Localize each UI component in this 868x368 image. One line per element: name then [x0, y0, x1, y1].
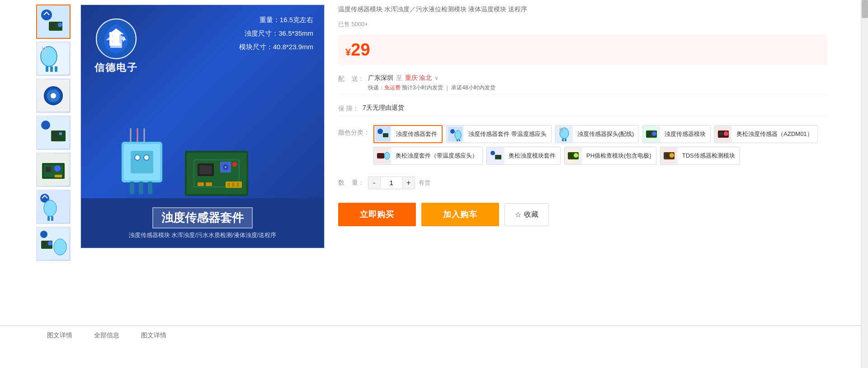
bottom-bar-title: 浊度传感器套件 — [152, 207, 253, 228]
color-option-1[interactable]: 浊度传感器套件 — [373, 125, 443, 143]
svg-point-86 — [652, 131, 656, 136]
color-option-text-6: 奥松浊度套件（带温度感应头） — [391, 152, 482, 160]
color-section: 颜色分类： 浊度传感器套件 浊度传感器套件 带温度感应头 — [338, 122, 827, 168]
svg-point-95 — [491, 151, 495, 155]
quantity-input[interactable] — [381, 177, 402, 189]
svg-rect-79 — [562, 139, 564, 141]
image-bottom-bar: 浊度传感器套件 浊度传感器模块 水浑浊度/污水水质检测/液体浊度/送程序 — [81, 198, 324, 248]
circuit-board-illustration — [185, 151, 248, 196]
svg-point-45 — [135, 155, 140, 160]
color-option-4[interactable]: 浊度传感器模块 — [642, 125, 711, 143]
svg-point-74 — [455, 130, 461, 140]
bottom-tabs: 图文详情 全部信息 图文详情 — [0, 325, 868, 345]
svg-point-17 — [41, 121, 50, 130]
quantity-plus-button[interactable]: + — [402, 177, 415, 189]
shipping-detail1: 预计3小时内发货 — [402, 84, 443, 91]
svg-rect-48 — [139, 182, 143, 194]
thumb-img-3 — [37, 79, 70, 112]
svg-rect-71 — [384, 134, 386, 136]
collect-label: 收藏 — [524, 210, 538, 219]
color-option-img-6 — [374, 147, 391, 164]
shipping-to-link[interactable]: 重庆 渝北 — [405, 74, 432, 82]
svg-point-60 — [225, 166, 226, 168]
thumb-img-7 — [37, 227, 70, 261]
color-option-8[interactable]: PH值检查模块(包含电极) — [564, 147, 656, 165]
svg-rect-75 — [457, 140, 458, 141]
svg-rect-47 — [130, 182, 134, 194]
shipping-row: 配 送： 广东深圳 至 重庆 渝北 ∨ 快递：免运费 预计3小时内发货 ｜ 承诺… — [338, 71, 827, 95]
guarantee-content: 7天无理由退货 — [363, 104, 827, 112]
size1-text: 浊度尺寸：36.5*35mm — [245, 27, 313, 40]
shipping-detail2: 承诺48小时内发货 — [451, 84, 495, 91]
stock-status: 有货 — [419, 179, 430, 187]
svg-point-105 — [670, 153, 674, 158]
thumbnail-6[interactable] — [36, 190, 71, 224]
color-option-img-8 — [565, 147, 582, 164]
color-option-9[interactable]: TDS传感器检测模块 — [660, 147, 740, 165]
color-option-img-5 — [715, 126, 732, 143]
color-option-img-3 — [556, 126, 573, 143]
svg-rect-30 — [47, 216, 50, 221]
color-label: 颜色分类： — [338, 125, 370, 137]
thumbnail-1[interactable] — [36, 5, 71, 39]
thumbnail-2[interactable] — [36, 42, 71, 76]
tab-details[interactable]: 图文详情 — [36, 326, 83, 346]
color-option-img-1 — [374, 126, 392, 143]
svg-rect-10 — [42, 47, 43, 56]
shipping-free: 免运费 — [384, 84, 401, 91]
quantity-section: 数 量： - + 有货 — [338, 174, 827, 192]
svg-rect-97 — [496, 156, 499, 158]
thumbnail-5[interactable] — [36, 153, 71, 187]
svg-point-61 — [232, 162, 237, 167]
guarantee-label: 保 障： — [338, 104, 359, 113]
svg-rect-51 — [187, 153, 246, 194]
collect-button[interactable]: ☆ 收藏 — [505, 203, 549, 226]
add-to-cart-button[interactable]: 加入购车 — [421, 203, 499, 226]
company-logo-svg — [96, 19, 137, 59]
tab-reviews[interactable]: 图文详情 — [130, 326, 177, 346]
tab-all-info[interactable]: 全部信息 — [83, 326, 130, 346]
thumbnail-4[interactable] — [36, 116, 71, 150]
guarantee-text: 7天无理由退货 — [363, 104, 404, 111]
svg-rect-20 — [59, 132, 62, 135]
color-option-text-3: 浊度传感器探头(配线) — [573, 130, 639, 138]
scrollbar[interactable] — [861, 0, 868, 368]
svg-point-29 — [44, 200, 57, 216]
svg-rect-80 — [565, 139, 566, 141]
main-content: 重量：16.5克左右 浊度尺寸：36.5*35mm 模块尺寸：40.8*23.9… — [0, 0, 868, 325]
quantity-minus-button[interactable]: - — [368, 177, 381, 189]
svg-rect-7 — [46, 66, 48, 72]
color-option-img-2 — [447, 126, 464, 143]
thumb-img-6 — [37, 190, 70, 224]
color-option-7[interactable]: 奥松浊度模块套件 — [486, 147, 561, 165]
svg-rect-57 — [199, 165, 212, 174]
bottom-bar-subtitle: 浊度传感器模块 水浑浊度/污水水质检测/液体浊度/送程序 — [129, 231, 276, 239]
main-image-box: 重量：16.5克左右 浊度尺寸：36.5*35mm 模块尺寸：40.8*23.9… — [80, 5, 325, 248]
color-option-6[interactable]: 奥松浊度套件（带温度感应头） — [373, 147, 483, 165]
thumb-img-4 — [37, 116, 70, 149]
color-option-2[interactable]: 浊度传感器套件 带温度感应头 — [446, 125, 552, 143]
collect-icon: ☆ — [515, 210, 521, 219]
color-option-text-4: 浊度传感器模块 — [660, 130, 710, 138]
svg-rect-63 — [227, 182, 230, 187]
svg-rect-26 — [55, 175, 62, 177]
buy-now-button[interactable]: 立即购买 — [338, 203, 416, 226]
shipping-details: 快递：免运费 预计3小时内发货 ｜ 承诺48小时内发货 — [368, 84, 827, 92]
thumbnail-7[interactable] — [36, 227, 71, 261]
color-option-5[interactable]: 奥松浊度传感器（AZDM01） — [714, 125, 817, 143]
svg-rect-31 — [51, 216, 53, 221]
weight-text: 重量：16.5克左右 — [259, 13, 313, 27]
thumbnail-3[interactable] — [36, 79, 71, 113]
product-info-panel: 温度传感器模块 水浑浊度／污水液位检测模块 液体温度模块 送程序 已售 5000… — [334, 5, 832, 321]
company-name-text: 信德电子 — [94, 61, 138, 75]
svg-rect-81 — [560, 128, 561, 132]
shipping-main: 广东深圳 至 重庆 渝北 ∨ — [368, 74, 827, 82]
scrollbar-thumb[interactable] — [862, 0, 868, 18]
shipping-label: 配 送： — [338, 74, 364, 83]
svg-rect-92 — [377, 153, 384, 158]
svg-point-37 — [54, 239, 66, 255]
svg-point-73 — [450, 129, 455, 134]
svg-point-4 — [58, 23, 62, 27]
color-option-3[interactable]: 浊度传感器探头(配线) — [555, 125, 639, 143]
color-option-img-7 — [487, 147, 504, 164]
